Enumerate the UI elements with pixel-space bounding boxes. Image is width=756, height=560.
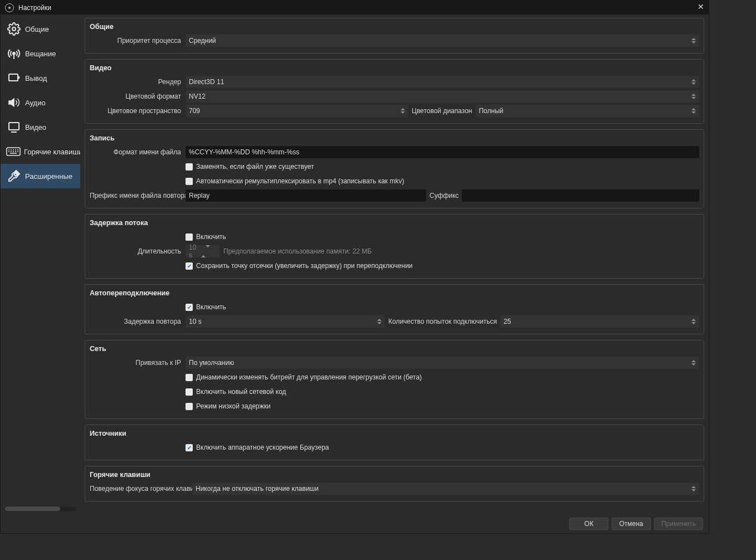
section-title: Сеть xyxy=(90,345,699,353)
spinner-icon xyxy=(201,247,210,255)
memory-usage-label: Предполагаемое использование памяти: 22 … xyxy=(223,247,372,255)
hotkey-focus-select[interactable]: Никогда не отключать горячие клавиши xyxy=(192,483,699,495)
spinner-icon xyxy=(689,483,698,495)
window-title: Настройки xyxy=(18,4,51,12)
spinner-icon xyxy=(689,315,698,328)
spin-value: 25 xyxy=(504,318,511,325)
low-latency-checkbox[interactable]: Режим низкой задержки xyxy=(186,402,271,410)
sidebar-item-audio[interactable]: Аудио xyxy=(1,90,80,115)
sidebar-item-output[interactable]: Вывод xyxy=(1,66,80,90)
select-value: 709 xyxy=(189,107,200,115)
select-value: Direct3D 11 xyxy=(189,78,224,86)
gear-icon xyxy=(6,21,22,37)
section-title: Горячие клавиши xyxy=(90,471,699,479)
spinner-icon xyxy=(689,90,698,103)
checkbox-label: Включить новый сетевой код xyxy=(196,388,286,396)
settings-window: Настройки ✕ Общие Вещание Вывод xyxy=(0,0,709,534)
suffix-input[interactable] xyxy=(462,189,699,202)
color-range-label: Цветовой диапазон xyxy=(412,107,472,115)
preserve-cutoff-checkbox[interactable]: ✔ Сохранить точку отсечки (увеличить зад… xyxy=(186,262,413,270)
renderer-label: Рендер xyxy=(90,78,186,86)
output-icon xyxy=(6,70,22,86)
new-netcode-checkbox[interactable]: Включить новый сетевой код xyxy=(186,388,286,396)
section-network: Сеть Привязать к IP По умолчанию xyxy=(85,340,704,419)
svg-point-1 xyxy=(13,52,15,55)
section-hotkeys: Горячие клавиши Поведение фокуса горячих… xyxy=(85,466,704,501)
sidebar-item-label: Аудио xyxy=(25,99,46,107)
sidebar-item-label: Общие xyxy=(25,25,49,33)
color-space-select[interactable]: 709 xyxy=(186,105,408,117)
ok-button[interactable]: ОК xyxy=(569,518,608,530)
duration-spin[interactable]: 10 s xyxy=(186,245,220,257)
color-format-label: Цветовой формат xyxy=(90,92,186,100)
spin-value: 10 s xyxy=(189,244,201,259)
replay-prefix-label: Префикс имени файла повтора xyxy=(90,192,186,199)
bind-ip-select[interactable]: По умолчанию xyxy=(186,357,699,369)
monitor-icon xyxy=(6,119,22,135)
remux-checkbox[interactable]: Автоматически ремультиплексировать в mp4… xyxy=(186,177,404,185)
max-retries-spin[interactable]: 25 xyxy=(500,315,699,328)
content-area: Общие Приоритет процесса Средний Видео Р… xyxy=(80,14,709,514)
checkbox-label: Включить xyxy=(196,303,226,311)
sidebar-item-label: Вывод xyxy=(25,74,47,82)
spin-value: 10 s xyxy=(189,318,202,325)
browser-hw-checkbox[interactable]: ✔ Включить аппаратное ускорение Браузера xyxy=(186,444,329,451)
sidebar: Общие Вещание Вывод Аудио xyxy=(1,14,80,514)
color-format-select[interactable]: NV12 xyxy=(186,90,699,103)
checkbox-label: Автоматически ремультиплексировать в mp4… xyxy=(196,177,404,185)
retry-delay-spin[interactable]: 10 s xyxy=(186,315,385,328)
sidebar-item-video[interactable]: Видео xyxy=(1,115,80,139)
section-title: Источники xyxy=(90,430,699,437)
color-space-label: Цветовое пространство xyxy=(90,107,186,115)
cancel-button[interactable]: Отмена xyxy=(612,518,651,530)
section-video: Видео Рендер Direct3D 11 Цветовой формат xyxy=(85,59,704,124)
spinner-icon xyxy=(375,315,384,328)
delay-enable-checkbox[interactable]: Включить xyxy=(186,233,226,241)
scrollbar-thumb[interactable] xyxy=(5,507,60,511)
svg-marker-4 xyxy=(9,99,14,106)
section-general: Общие Приоритет процесса Средний xyxy=(85,18,704,53)
checkbox-label: Включить аппаратное ускорение Браузера xyxy=(196,444,329,451)
checkbox-label: Динамически изменять битрейт для управле… xyxy=(196,373,422,381)
sidebar-item-label: Видео xyxy=(25,123,46,132)
close-icon[interactable]: ✕ xyxy=(696,3,705,12)
spinner-icon xyxy=(689,76,698,88)
hotkey-focus-label: Поведение фокуса горячих клавиш xyxy=(90,485,192,493)
section-reconnect: Автопереподключение ✔ Включить Задержка … xyxy=(85,284,704,334)
section-stream-delay: Задержка потока Включить Длительность xyxy=(85,214,704,279)
svg-rect-3 xyxy=(9,74,18,81)
process-priority-label: Приоритет процесса xyxy=(90,37,186,45)
filename-format-label: Формат имени файла xyxy=(90,148,186,156)
sidebar-item-advanced[interactable]: Расширенные xyxy=(1,164,80,188)
spinner-icon xyxy=(689,35,698,47)
process-priority-select[interactable]: Средний xyxy=(186,35,699,47)
section-title: Автопереподключение xyxy=(90,289,699,297)
checkbox-label: Сохранить точку отсечки (увеличить задер… xyxy=(196,262,413,270)
overwrite-checkbox[interactable]: Заменять, если файл уже существует xyxy=(186,163,314,171)
dynamic-bitrate-checkbox[interactable]: Динамически изменять битрейт для управле… xyxy=(186,373,422,381)
color-range-select[interactable]: Полный xyxy=(475,105,699,117)
checkbox-label: Включить xyxy=(196,233,226,241)
apply-button[interactable]: Применить xyxy=(654,518,703,530)
sidebar-item-stream[interactable]: Вещание xyxy=(1,41,80,66)
sidebar-item-hotkeys[interactable]: Горячие клавиши xyxy=(1,139,80,164)
select-value: Полный xyxy=(479,107,503,115)
sidebar-item-label: Горячие клавиши xyxy=(24,148,80,156)
spinner-icon xyxy=(689,357,698,369)
sidebar-item-general[interactable]: Общие xyxy=(1,17,80,41)
section-recording: Запись Формат имени файла Заменять, если… xyxy=(85,129,704,208)
filename-format-input[interactable] xyxy=(186,146,699,158)
replay-prefix-input[interactable] xyxy=(186,189,426,202)
select-value: Никогда не отключать горячие клавиши xyxy=(196,485,319,493)
checkbox-label: Заменять, если файл уже существует xyxy=(196,163,314,171)
sidebar-scrollbar[interactable] xyxy=(5,507,76,511)
renderer-select[interactable]: Direct3D 11 xyxy=(186,76,699,88)
checkbox-label: Режим низкой задержки xyxy=(196,402,271,410)
sidebar-item-label: Вещание xyxy=(25,50,56,58)
tools-icon xyxy=(6,168,22,184)
spinner-icon xyxy=(398,105,407,117)
titlebar: Настройки ✕ xyxy=(1,1,709,14)
speaker-icon xyxy=(6,95,22,110)
duration-label: Длительность xyxy=(90,247,186,255)
reconnect-enable-checkbox[interactable]: ✔ Включить xyxy=(186,303,226,311)
